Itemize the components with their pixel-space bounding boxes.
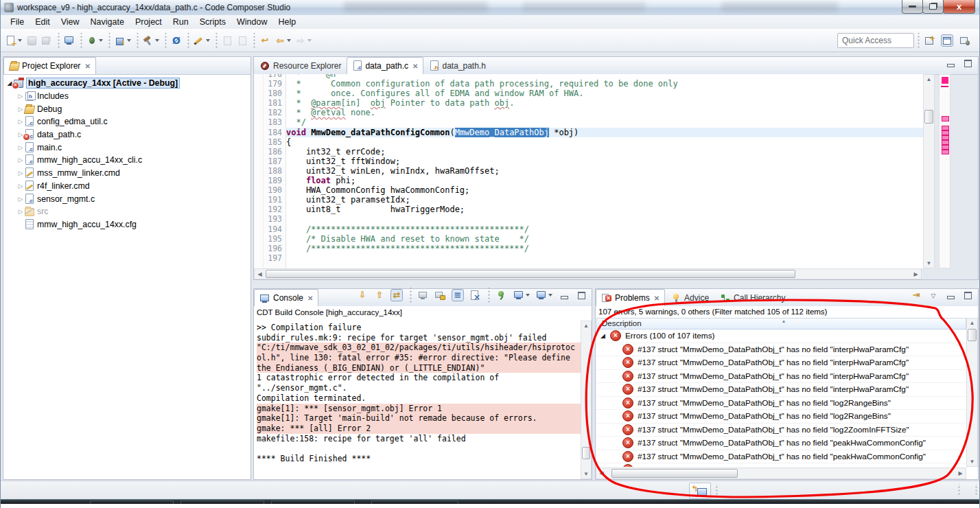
dropdown-arrow-icon[interactable] [307,39,312,42]
console-output[interactable]: >> Compilation failuresubdir_rules.mk:9:… [254,321,581,479]
view-menu-button[interactable] [926,286,941,304]
problems-group-row[interactable]: ◢Errors (100 of 107 items) [596,330,966,343]
tab-console[interactable]: Console ✕ [254,289,318,306]
tree-item[interactable]: mmw_high_accu_14xx.cfg [3,218,250,231]
flash-button[interactable] [113,32,133,49]
ccs-debug-perspective-button[interactable] [957,32,972,49]
menu-view[interactable]: View [56,16,85,28]
open-console-button[interactable] [534,286,555,304]
close-icon[interactable]: ✕ [654,295,660,302]
max-view-button[interactable] [574,286,589,304]
tree-item[interactable]: ▷sensor_mgmt.c [3,192,250,205]
min-view-button[interactable] [943,54,958,72]
expander-icon[interactable]: ▷ [17,157,24,163]
expander-icon[interactable]: ▷ [17,196,24,203]
min-view-button[interactable] [557,286,572,304]
dropdown-arrow-icon[interactable] [287,39,291,42]
editor-tab-data-path-c[interactable]: data_path.c✕ [347,57,423,74]
expander-icon[interactable]: ▷ [17,170,24,176]
problem-row[interactable]: #137 struct "MmwDemo_DataPathObj_t" has … [596,463,966,467]
tree-item[interactable]: ▷main.c [3,141,250,154]
min-view-button[interactable] [943,286,958,304]
pin-scroll-button[interactable] [389,286,404,304]
expander-icon[interactable]: ▷ [17,144,24,151]
dropdown-arrow-icon[interactable] [526,294,530,297]
close-icon[interactable]: ✕ [307,295,313,302]
tab-call-hierarchy[interactable]: Call Hierarchy [714,289,791,306]
max-view-button[interactable] [960,54,975,72]
tree-item[interactable]: ▷src [3,205,250,218]
max-view-button[interactable] [960,286,975,304]
expander-icon[interactable]: ▷ [17,118,24,125]
menu-scripts[interactable]: Scripts [194,16,231,28]
dropdown-arrow-icon[interactable] [18,39,22,42]
menu-window[interactable]: Window [231,16,272,28]
new-button[interactable] [3,32,24,49]
tree-item[interactable]: ▷mmw_high_accu_14xx_cli.c [3,154,250,167]
problems-hscrollbar[interactable]: ◀ ▶ [596,467,966,479]
dropdown-arrow-icon[interactable] [99,39,103,42]
search-button[interactable] [169,32,184,49]
expander-icon[interactable]: ▷ [17,106,24,113]
problem-row[interactable]: #137 struct "MmwDemo_DataPathObj_t" has … [596,437,966,450]
show-stderr-lock-button[interactable] [433,286,448,304]
problems-vscrollbar[interactable]: ▲ ▼ [966,318,978,467]
tab-project-explorer[interactable]: Project Explorer ✕ [3,57,96,74]
tree-item[interactable]: ▷data_path.c [3,128,250,141]
problem-row[interactable]: #137 struct "MmwDemo_DataPathObj_t" has … [596,343,966,357]
dropdown-arrow-icon[interactable] [206,39,210,42]
pin-console-button[interactable] [494,286,509,304]
target-config-button[interactable] [62,32,77,49]
menu-run[interactable]: Run [167,16,194,28]
code-editor[interactable]: 1781791801811821831841851861871881891901… [254,74,923,268]
menu-project[interactable]: Project [130,16,167,28]
tree-item[interactable]: ▷Includes [3,90,250,103]
problem-row[interactable]: #137 struct "MmwDemo_DataPathObj_t" has … [596,383,966,397]
quick-access-input[interactable]: Quick Access [837,33,914,48]
clear-console-button[interactable] [467,286,482,304]
close-icon[interactable]: ✕ [84,62,90,70]
tree-item-project-root[interactable]: ◢high_accuracy_14xx [Active - Debug] [3,77,250,90]
menu-edit[interactable]: Edit [30,16,56,28]
build-button[interactable] [141,32,161,49]
dropdown-arrow-icon[interactable] [155,39,159,42]
scroll-up-button[interactable] [372,286,387,304]
tree-item[interactable]: ▷mss_mmw_linker.cmd [3,167,250,180]
debug-button[interactable] [84,32,105,49]
editor-tab-resource-explorer[interactable]: Resource Explorer [254,57,347,74]
problem-row[interactable]: #137 struct "MmwDemo_DataPathObj_t" has … [596,356,966,370]
console-vscrollbar[interactable]: ▲ ▼ [581,321,592,479]
tree-item[interactable]: ▷Debug [3,102,250,115]
menu-navigate[interactable]: Navigate [85,16,130,28]
minimize-button[interactable] [902,0,923,14]
expander-icon[interactable]: ▷ [17,208,24,215]
editor-vscrollbar[interactable]: ▲ ▼ [923,74,935,268]
tree-item[interactable]: ▷config_edma_util.c [3,115,250,128]
back-button[interactable] [272,32,293,49]
problem-row[interactable]: #137 struct "MmwDemo_DataPathObj_t" has … [596,410,966,424]
expander-icon[interactable]: ◢ [600,332,607,339]
tree-item[interactable]: ▷r4f_linker.cmd [3,180,250,193]
console-view-launcher-icon[interactable] [689,483,711,499]
open-perspective-button[interactable] [922,32,937,49]
mark-occurrences-button[interactable] [191,32,212,49]
menu-help[interactable]: Help [272,16,301,28]
close-icon[interactable]: ✕ [412,62,418,70]
display-console-button[interactable] [511,286,532,304]
dropdown-arrow-icon[interactable] [127,39,131,42]
word-wrap-button[interactable] [450,286,465,304]
overview-ruler[interactable] [939,74,950,268]
dropdown-arrow-icon[interactable] [548,294,552,297]
scroll-down-button[interactable] [355,286,370,304]
menu-file[interactable]: File [5,16,30,28]
column-header-description[interactable]: Description▲ [596,318,966,330]
restore-button[interactable] [922,0,944,14]
close-button[interactable]: x [943,0,975,14]
expander-icon[interactable]: ▷ [17,183,24,189]
editor-hscrollbar[interactable]: ◀ ▶ [254,268,922,279]
editor-tab-data-path-h[interactable]: data_path.h [423,57,491,74]
tab-problems[interactable]: Problems✕ [596,289,665,306]
problem-row[interactable]: #137 struct "MmwDemo_DataPathObj_t" has … [596,397,966,411]
ccs-edit-perspective-button[interactable] [940,32,955,49]
problem-row[interactable]: #137 struct "MmwDemo_DataPathObj_t" has … [596,450,966,464]
